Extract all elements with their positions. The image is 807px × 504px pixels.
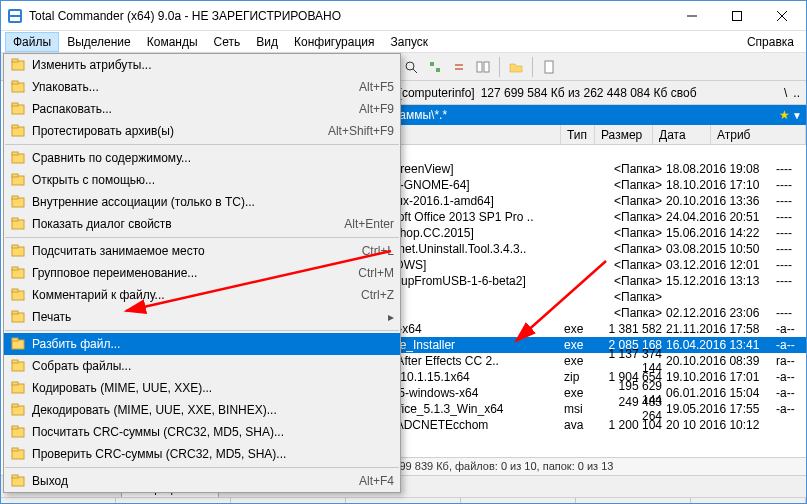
tb-rename-icon[interactable] xyxy=(424,56,446,78)
file-row[interactable]: [Photoshop.CC.2015]<Папка>15.06.2016 14:… xyxy=(339,225,806,241)
menu-item-icon xyxy=(10,336,26,352)
menu-selection[interactable]: Выделение xyxy=(59,32,139,52)
menu-item[interactable]: Посчитать CRC-суммы (CRC32, MD5, SHA)... xyxy=(4,421,400,443)
file-attr: ---- xyxy=(776,258,806,272)
file-attr: ---- xyxy=(776,194,806,208)
menu-item-label: Посчитать CRC-суммы (CRC32, MD5, SHA)... xyxy=(32,425,388,439)
menu-item-label: Внутренние ассоциации (только в TC)... xyxy=(32,195,388,209)
menu-help[interactable]: Справка xyxy=(739,32,802,52)
file-row[interactable]: DaccalADCNETEcchomava1 200 10420 10 2016… xyxy=(339,417,806,433)
menu-item-label: Распаковать... xyxy=(32,102,353,116)
menu-item[interactable]: Декодировать (MIME, UUE, XXE, BINHEX)... xyxy=(4,399,400,421)
svg-rect-74 xyxy=(12,426,18,429)
tb-search-icon[interactable] xyxy=(400,56,422,78)
file-date: 19.05.2016 17:55 xyxy=(666,402,776,416)
menu-view[interactable]: Вид xyxy=(248,32,286,52)
menu-files[interactable]: Файлы xyxy=(5,32,59,52)
file-row[interactable]: Dism++10.1.15.1x64zip1 904 65419.10.2016… xyxy=(339,369,806,385)
svg-rect-64 xyxy=(12,311,18,314)
col-date[interactable]: Дата xyxy=(653,125,711,144)
file-ext: exe xyxy=(564,338,598,352)
file-row[interactable]: [kali-linux-2016.1-amd64]<Папка>20.10.20… xyxy=(339,193,806,209)
file-row[interactable]: jdk-8u65-windows-x64exe195 629 14406.01.… xyxy=(339,385,806,401)
menu-item[interactable]: Проверить CRC-суммы (CRC32, MD5, SHA)... xyxy=(4,443,400,465)
file-row[interactable]: [WinSetupFromUSB-1-6-beta2]<Папка>15.12.… xyxy=(339,273,806,289)
menu-commands[interactable]: Команды xyxy=(139,32,206,52)
svg-rect-78 xyxy=(12,475,18,478)
file-row[interactable]: [Microsoft Office 2013 SP1 Pro ..<Папка>… xyxy=(339,209,806,225)
menu-config[interactable]: Конфигурация xyxy=(286,32,383,52)
file-row[interactable]: [Проги]<Папка>02.12.2016 23:06---- xyxy=(339,305,806,321)
history-icon[interactable]: ▼ xyxy=(792,110,802,121)
file-size: 1 200 104 xyxy=(598,418,666,432)
svg-rect-23 xyxy=(477,62,482,72)
file-row[interactable]: Adaware_Installerexe2 085 16816.04.2016 … xyxy=(339,337,806,353)
menu-item[interactable]: Протестировать архив(ы)Alt+Shift+F9 xyxy=(4,120,400,142)
file-row[interactable]: 7z7z1604-x64exe1 381 58221.11.2016 17:58… xyxy=(339,321,806,337)
file-list[interactable]: [..][BlueScreenView]<Папка>18.08.2016 19… xyxy=(339,145,806,457)
file-row[interactable]: [BlueScreenView]<Папка>18.08.2016 19:08-… xyxy=(339,161,806,177)
close-button[interactable] xyxy=(759,2,804,30)
file-row[interactable]: LibreOffice_5.1.3_Win_x64msi249 483 2641… xyxy=(339,401,806,417)
file-size: 1 381 582 xyxy=(598,322,666,336)
file-size: <Папка> xyxy=(598,274,666,288)
menu-item[interactable]: Открыть с помощью... xyxy=(4,169,400,191)
altf4-button[interactable]: Alt+F4 Выход xyxy=(691,498,806,504)
f5-button[interactable]: F5 Копирование xyxy=(231,498,346,504)
file-row[interactable]: [..] xyxy=(339,145,806,161)
tb-sync-icon[interactable] xyxy=(448,56,470,78)
drive-root-button[interactable]: \ xyxy=(784,86,787,100)
col-attr[interactable]: Атриб xyxy=(711,125,806,144)
menu-net[interactable]: Сеть xyxy=(206,32,249,52)
menu-item[interactable]: Печать▸ xyxy=(4,306,400,328)
menu-item[interactable]: ВыходAlt+F4 xyxy=(4,470,400,492)
menu-item[interactable]: Распаковать...Alt+F9 xyxy=(4,98,400,120)
f4-button[interactable]: F4 Правка xyxy=(116,498,231,504)
right-panel: URL d ▼ [computerinfo] 127 699 584 Кб из… xyxy=(338,53,806,475)
file-attr: ---- xyxy=(776,274,806,288)
menu-item-label: Разбить файл... xyxy=(32,337,388,351)
minimize-button[interactable] xyxy=(669,2,714,30)
menu-item[interactable]: Упаковать...Alt+F5 xyxy=(4,76,400,98)
menu-run[interactable]: Запуск xyxy=(383,32,437,52)
svg-rect-21 xyxy=(430,62,434,66)
menu-item[interactable]: Подсчитать занимаемое местоCtrl+L xyxy=(4,240,400,262)
file-attr: ---- xyxy=(776,226,806,240)
menu-item[interactable]: Разбить файл... xyxy=(4,333,400,355)
f8-button[interactable]: F8 Удаление xyxy=(576,498,691,504)
tb-notepad-icon[interactable] xyxy=(538,56,560,78)
f7-button[interactable]: F7 Каталог xyxy=(461,498,576,504)
drive-bar: d ▼ [computerinfo] 127 699 584 Кб из 262… xyxy=(339,81,806,105)
f6-button[interactable]: F6 Перемещение xyxy=(346,498,461,504)
titlebar: Total Commander (x64) 9.0a - НЕ ЗАРЕГИСТ… xyxy=(1,1,806,31)
col-size[interactable]: Размер xyxy=(595,125,653,144)
menu-item[interactable]: Изменить атрибуты... xyxy=(4,54,400,76)
column-headers: Имя Тип Размер Дата Атриб xyxy=(339,125,806,145)
files-menu-dropdown: Изменить атрибуты...Упаковать...Alt+F5Ра… xyxy=(3,53,401,493)
menu-item[interactable]: Собрать файлы... xyxy=(4,355,400,377)
file-row[interactable]: [rsload.net.Uninstall.Tool.3.4.3..<Папка… xyxy=(339,241,806,257)
menu-item-shortcut: Ctrl+M xyxy=(358,266,394,280)
f3-button[interactable]: F3 Просмотр xyxy=(1,498,116,504)
drive-up-button[interactable]: .. xyxy=(793,86,800,100)
tb-compare-icon[interactable] xyxy=(472,56,494,78)
maximize-button[interactable] xyxy=(714,2,759,30)
file-row[interactable]: [BT5R3-GNOME-64]<Папка>18.10.2016 17:10-… xyxy=(339,177,806,193)
menu-item-shortcut: Alt+Shift+F9 xyxy=(328,124,394,138)
menu-item[interactable]: Групповое переименование...Ctrl+M xyxy=(4,262,400,284)
file-attr: -a-- xyxy=(776,402,806,416)
file-attr: ra-- xyxy=(776,354,806,368)
menu-item[interactable]: Комментарий к файлу...Ctrl+Z xyxy=(4,284,400,306)
menu-item[interactable]: Сравнить по содержимому... xyxy=(4,147,400,169)
file-row[interactable]: [ИГРЫ]<Папка> xyxy=(339,289,806,305)
col-ext[interactable]: Тип xyxy=(561,125,595,144)
file-row[interactable]: [WINDOWS]<Папка>03.12.2016 12:01---- xyxy=(339,257,806,273)
menu-item-icon xyxy=(10,194,26,210)
path-bar[interactable]: ▼ d:\Программы\*.* ★▼ xyxy=(339,105,806,125)
tb-bookmark-icon[interactable] xyxy=(505,56,527,78)
menu-item[interactable]: Внутренние ассоциации (только в TC)... xyxy=(4,191,400,213)
menu-item[interactable]: Кодировать (MIME, UUE, XXE)... xyxy=(4,377,400,399)
menu-item[interactable]: Показать диалог свойствAlt+Enter xyxy=(4,213,400,235)
favorite-icon[interactable]: ★ xyxy=(779,108,790,122)
file-row[interactable]: AeAdobe After Effects CC 2..exe1 137 374… xyxy=(339,353,806,369)
